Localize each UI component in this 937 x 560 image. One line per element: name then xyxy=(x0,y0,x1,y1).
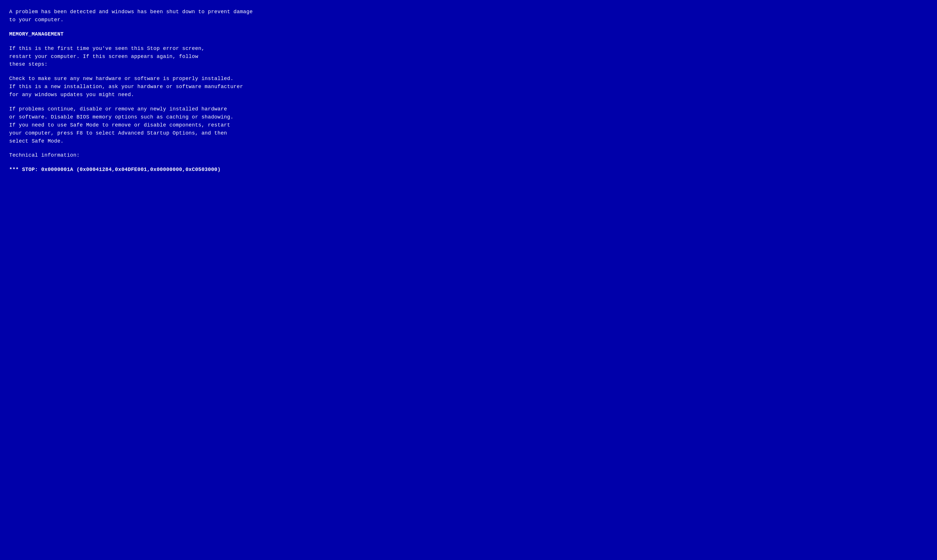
problems-continue-section: If problems continue, disable or remove … xyxy=(9,105,325,145)
bsod-screen: A problem has been detected and windows … xyxy=(0,0,937,560)
hardware-line-1: Check to make sure any new hardware or s… xyxy=(9,75,325,83)
problems-line-5: select Safe Mode. xyxy=(9,137,325,145)
problems-line-4: your computer, press F8 to select Advanc… xyxy=(9,129,325,137)
intro-line-1: A problem has been detected and windows … xyxy=(9,8,325,16)
first-time-line-3: these steps: xyxy=(9,60,325,69)
first-time-line-1: If this is the first time you've seen th… xyxy=(9,45,325,53)
hardware-line-3: for any windows updates you might need. xyxy=(9,91,325,99)
problems-line-2: or software. Disable BIOS memory options… xyxy=(9,113,325,122)
hardware-line-2: If this is a new installation, ask your … xyxy=(9,83,325,91)
intro-section: A problem has been detected and windows … xyxy=(9,8,325,24)
tech-info-label: Technical information: xyxy=(9,151,325,160)
error-code: MEMORY_MANAGEMENT xyxy=(9,31,325,38)
error-code-section: MEMORY_MANAGEMENT xyxy=(9,31,325,38)
stop-code-section: *** STOP: 0x0000001A (0x00041284,0x04DFE… xyxy=(9,166,325,174)
problems-line-3: If you need to use Safe Mode to remove o… xyxy=(9,122,325,129)
problems-line-1: If problems continue, disable or remove … xyxy=(9,105,325,113)
tech-info-section: Technical information: xyxy=(9,151,325,160)
hardware-check-section: Check to make sure any new hardware or s… xyxy=(9,75,325,99)
first-time-line-2: restart your computer. If this screen ap… xyxy=(9,53,325,61)
intro-line-2: to your computer. xyxy=(9,16,325,24)
first-time-section: If this is the first time you've seen th… xyxy=(9,45,325,69)
bsod-content: A problem has been detected and windows … xyxy=(9,8,325,174)
stop-code: *** STOP: 0x0000001A (0x00041284,0x04DFE… xyxy=(9,166,325,174)
